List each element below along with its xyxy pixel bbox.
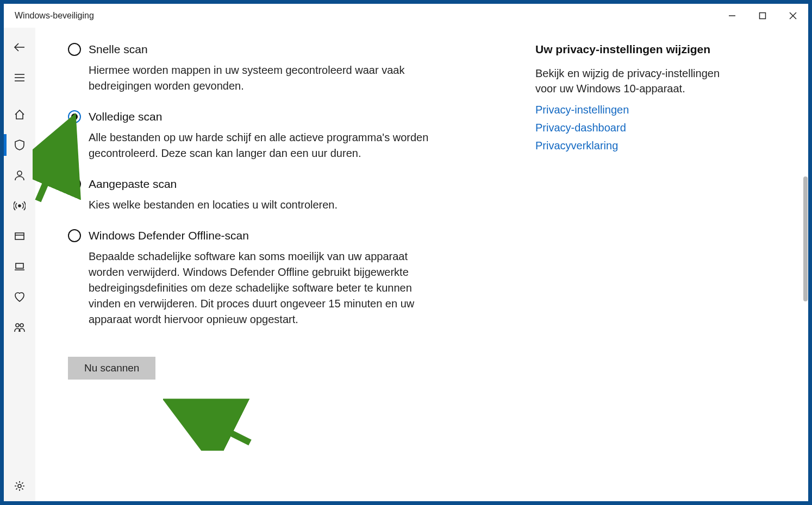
person-icon [14, 169, 26, 181]
radio-offline-scan[interactable] [68, 229, 81, 242]
svg-point-9 [18, 205, 21, 207]
maximize-icon [759, 12, 766, 20]
sidebar-item-home[interactable] [4, 99, 35, 130]
shield-icon [14, 139, 26, 151]
window-controls [717, 4, 808, 28]
close-button[interactable] [778, 4, 808, 28]
scan-option-quick: Snelle scan Hiermee worden mappen in uw … [68, 43, 503, 94]
link-privacy-settings[interactable]: Privacy-instellingen [535, 104, 726, 116]
sidebar-item-account[interactable] [4, 160, 35, 191]
app-window: Windows-beveiliging [3, 3, 809, 502]
back-button[interactable] [4, 32, 35, 62]
antenna-icon [14, 200, 26, 212]
svg-rect-12 [16, 263, 23, 268]
titlebar: Windows-beveiliging [4, 4, 808, 28]
radio-full-scan[interactable] [68, 110, 81, 123]
svg-rect-10 [15, 233, 24, 239]
radio-custom-scan[interactable] [68, 178, 81, 191]
scan-now-button[interactable]: Nu scannen [68, 357, 155, 380]
radio-label: Aangepaste scan [89, 178, 177, 191]
hamburger-button[interactable] [4, 62, 35, 93]
option-description: Alle bestanden op uw harde schijf en all… [89, 130, 436, 161]
family-icon [14, 321, 26, 333]
home-icon [14, 109, 26, 121]
window-icon [14, 230, 26, 242]
aside-text: Bekijk en wijzig de privacy-instellingen… [535, 66, 726, 96]
scan-option-offline: Windows Defender Offline-scan Bepaalde s… [68, 229, 503, 327]
heart-icon [14, 291, 26, 303]
gear-icon [14, 480, 26, 492]
hamburger-icon [14, 72, 26, 84]
sidebar [4, 28, 35, 501]
window-title: Windows-beveiliging [15, 11, 94, 21]
radio-label: Windows Defender Offline-scan [89, 229, 249, 242]
aside-panel: Uw privacy-instellingen wijzigen Bekijk … [524, 28, 747, 501]
sidebar-item-virus-protection[interactable] [4, 130, 35, 160]
scan-option-full: Volledige scan Alle bestanden op uw hard… [68, 110, 503, 161]
back-arrow-icon [13, 41, 26, 54]
minimize-button[interactable] [717, 4, 747, 28]
scrollbar-thumb[interactable] [803, 176, 808, 301]
radio-quick-scan[interactable] [68, 43, 81, 56]
option-description: Kies welke bestanden en locaties u wilt … [89, 197, 436, 213]
radio-label: Volledige scan [89, 110, 162, 123]
sidebar-item-device-security[interactable] [4, 251, 35, 282]
minimize-icon [728, 12, 736, 20]
svg-point-16 [18, 484, 21, 488]
maximize-button[interactable] [747, 4, 778, 28]
main-content: Snelle scan Hiermee worden mappen in uw … [35, 28, 524, 501]
svg-rect-1 [760, 13, 766, 19]
svg-point-15 [20, 324, 23, 327]
svg-point-8 [17, 171, 22, 175]
sidebar-item-app-browser[interactable] [4, 221, 35, 251]
radio-label: Snelle scan [89, 43, 148, 56]
laptop-icon [14, 261, 26, 273]
close-icon [789, 12, 797, 20]
scan-option-custom: Aangepaste scan Kies welke bestanden en … [68, 178, 503, 213]
svg-point-14 [16, 324, 19, 327]
aside-heading: Uw privacy-instellingen wijzigen [535, 43, 726, 56]
option-description: Bepaalde schadelijke software kan soms m… [89, 249, 436, 327]
option-description: Hiermee worden mappen in uw systeem geco… [89, 62, 436, 94]
sidebar-item-device-health[interactable] [4, 282, 35, 312]
link-privacy-dashboard[interactable]: Privacy-dashboard [535, 122, 726, 134]
sidebar-item-firewall[interactable] [4, 191, 35, 221]
sidebar-item-settings[interactable] [4, 471, 35, 501]
sidebar-item-family[interactable] [4, 312, 35, 343]
link-privacy-statement[interactable]: Privacyverklaring [535, 140, 726, 152]
vertical-scrollbar[interactable] [800, 52, 808, 501]
